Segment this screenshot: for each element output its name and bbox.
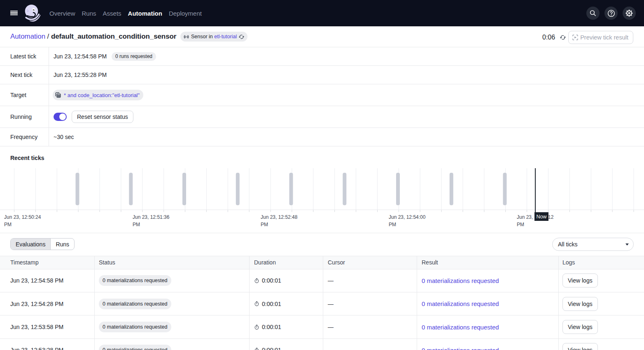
svg-text:Now: Now (536, 214, 547, 220)
